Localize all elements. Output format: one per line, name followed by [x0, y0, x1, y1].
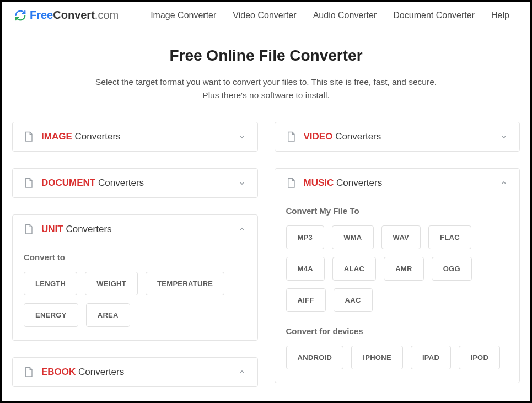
chevron-down-icon	[499, 132, 508, 141]
file-icon	[286, 131, 296, 142]
left-column: IMAGE Converters DOCUMENT Converters	[12, 122, 258, 387]
chevron-up-icon	[499, 179, 508, 187]
nav-image-converter[interactable]: Image Converter	[151, 10, 216, 20]
panel-music-title: MUSIC Converters	[304, 178, 492, 189]
chip-mp3[interactable]: MP3	[286, 225, 325, 249]
panel-unit-body: Convert to LENGTH WEIGHT TEMPERATURE ENE…	[13, 244, 257, 340]
panel-music: MUSIC Converters Convert My File To MP3 …	[275, 168, 520, 383]
logo-text-free: Free	[30, 9, 53, 21]
chip-energy[interactable]: ENERGY	[24, 303, 78, 327]
chip-amr[interactable]: AMR	[384, 257, 424, 281]
file-icon	[24, 367, 34, 378]
panel-document-header[interactable]: DOCUMENT Converters	[13, 169, 257, 197]
chip-iphone[interactable]: IPHONE	[351, 346, 403, 369]
logo-refresh-icon	[14, 9, 26, 22]
music-devices-label: Convert for devices	[286, 326, 509, 336]
page-title: Free Online File Converter	[13, 47, 519, 65]
chip-temperature[interactable]: TEMPERATURE	[146, 272, 224, 295]
chip-weight[interactable]: WEIGHT	[85, 272, 138, 295]
logo[interactable]: FreeConvert.com	[14, 9, 119, 22]
chip-wav[interactable]: WAV	[381, 225, 421, 249]
panel-ebook-header[interactable]: EBOOK Converters	[13, 358, 257, 386]
logo-text-convert: Convert	[53, 9, 95, 21]
panel-video: VIDEO Converters	[275, 122, 520, 152]
chevron-up-icon	[238, 225, 246, 234]
file-icon	[24, 178, 34, 189]
hero-subtitle-line1: Select the target format you want to con…	[13, 76, 519, 89]
unit-chips: LENGTH WEIGHT TEMPERATURE ENERGY AREA	[24, 272, 246, 327]
panel-document: DOCUMENT Converters	[12, 168, 258, 198]
file-icon	[286, 178, 296, 189]
panel-unit-header[interactable]: UNIT Converters	[13, 215, 257, 244]
chevron-down-icon	[238, 132, 246, 141]
nav-help[interactable]: Help	[491, 10, 509, 20]
chip-ogg[interactable]: OGG	[432, 257, 472, 281]
logo-text-com: .com	[95, 9, 119, 21]
header: FreeConvert.com Image Converter Video Co…	[2, 2, 530, 28]
music-format-chips: MP3 WMA WAV FLAC M4A ALAC AMR OGG AIFF A…	[286, 225, 509, 312]
chip-flac[interactable]: FLAC	[428, 225, 471, 249]
chip-aac[interactable]: AAC	[334, 288, 373, 312]
chip-wma[interactable]: WMA	[332, 225, 373, 249]
panel-image-title: IMAGE Converters	[41, 131, 230, 142]
panel-video-title: VIDEO Converters	[304, 131, 492, 142]
file-icon	[24, 131, 34, 142]
panel-video-header[interactable]: VIDEO Converters	[275, 122, 520, 151]
panel-music-body: Convert My File To MP3 WMA WAV FLAC M4A …	[275, 197, 520, 383]
right-column: VIDEO Converters MUSIC Converters	[275, 122, 520, 383]
music-formats-label: Convert My File To	[286, 206, 509, 216]
panel-document-title: DOCUMENT Converters	[41, 178, 230, 189]
panel-ebook: EBOOK Converters	[12, 357, 258, 387]
music-device-chips: ANDROID IPHONE IPAD IPOD	[286, 346, 509, 369]
panel-image: IMAGE Converters	[12, 122, 258, 152]
panel-ebook-title: EBOOK Converters	[41, 367, 230, 378]
unit-section-label: Convert to	[24, 252, 246, 262]
hero: Free Online File Converter Select the ta…	[2, 28, 530, 122]
chevron-up-icon	[238, 368, 246, 377]
chip-m4a[interactable]: M4A	[286, 257, 325, 281]
file-icon	[24, 224, 34, 235]
chip-length[interactable]: LENGTH	[24, 272, 77, 295]
nav-video-converter[interactable]: Video Converter	[233, 10, 296, 20]
converter-grid: IMAGE Converters DOCUMENT Converters	[2, 122, 530, 398]
main-nav: Image Converter Video Converter Audio Co…	[151, 10, 509, 20]
panel-image-header[interactable]: IMAGE Converters	[13, 122, 257, 151]
chip-android[interactable]: ANDROID	[286, 346, 344, 369]
nav-document-converter[interactable]: Document Converter	[393, 10, 475, 20]
panel-music-header[interactable]: MUSIC Converters	[275, 169, 520, 197]
chip-area[interactable]: AREA	[86, 303, 130, 327]
hero-subtitle-line2: Plus there's no software to install.	[13, 89, 519, 102]
chip-alac[interactable]: ALAC	[332, 257, 376, 281]
chip-ipod[interactable]: IPOD	[459, 346, 500, 369]
panel-unit-title: UNIT Converters	[41, 224, 230, 235]
chip-aiff[interactable]: AIFF	[286, 288, 326, 312]
chevron-down-icon	[238, 179, 246, 187]
nav-audio-converter[interactable]: Audio Converter	[313, 10, 377, 20]
panel-unit: UNIT Converters Convert to LENGTH WEIGHT…	[12, 214, 258, 341]
chip-ipad[interactable]: IPAD	[411, 346, 451, 369]
